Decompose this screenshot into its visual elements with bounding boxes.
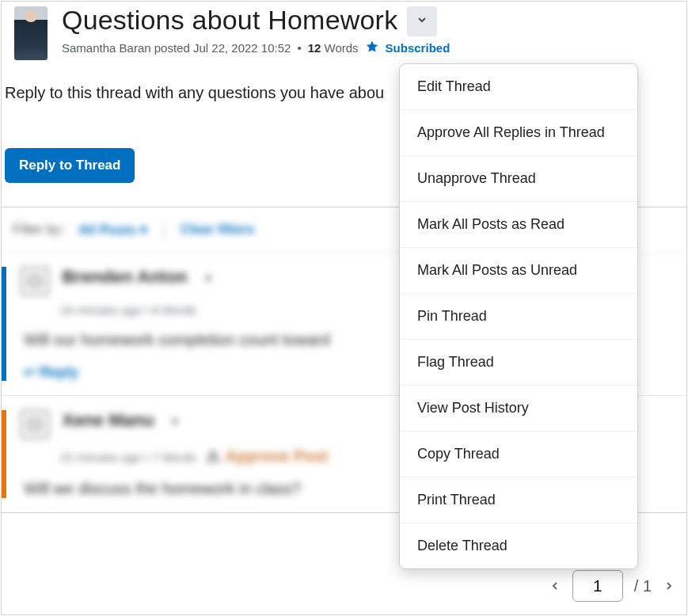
reply-avatar-icon (21, 410, 49, 439)
byline-separator: • (297, 41, 301, 55)
thread-actions-toggle[interactable] (407, 6, 437, 36)
subscribed-label[interactable]: Subscribed (386, 41, 450, 55)
menu-flag-thread[interactable]: Flag Thread (400, 339, 637, 385)
reply-avatar-icon (21, 267, 49, 295)
pagination: / 1 (549, 570, 675, 602)
svg-rect-1 (29, 419, 42, 431)
page-prev-button[interactable] (549, 580, 561, 592)
word-count: 12 Words (308, 41, 359, 55)
reply-actions-toggle[interactable]: ▾ (172, 415, 178, 428)
reply-author: Xene Manu (62, 410, 154, 430)
filter-clear[interactable]: Clear filters (181, 222, 255, 238)
menu-mark-all-unread[interactable]: Mark All Posts as Unread (400, 247, 637, 293)
svg-rect-0 (29, 276, 42, 287)
reply-author: Brenden Anton (62, 267, 187, 287)
thread-byline: Samantha Baran posted Jul 22, 2022 10:52 (62, 41, 291, 55)
page-total: / 1 (634, 577, 652, 595)
menu-print-thread[interactable]: Print Thread (400, 477, 637, 523)
menu-delete-thread[interactable]: Delete Thread (400, 523, 637, 568)
thread-title: Questions about Homework (62, 5, 397, 36)
menu-copy-thread[interactable]: Copy Thread (400, 431, 637, 477)
page-number-input[interactable] (572, 570, 623, 602)
menu-view-history[interactable]: View Post History (400, 385, 637, 431)
chevron-down-icon (416, 13, 428, 29)
thread-actions-menu: Edit Thread Approve All Replies in Threa… (399, 63, 638, 569)
approve-post-link[interactable]: ⚠Approve Post (206, 447, 328, 465)
page-next-button[interactable] (663, 580, 675, 592)
star-icon[interactable] (365, 40, 379, 56)
filter-all-posts[interactable]: All Posts ▾ (78, 222, 146, 238)
reply-actions-toggle[interactable]: ▾ (205, 272, 211, 285)
menu-approve-all[interactable]: Approve All Replies in Thread (400, 109, 637, 155)
menu-pin-thread[interactable]: Pin Thread (400, 293, 637, 339)
reply-to-thread-button[interactable]: Reply to Thread (5, 148, 135, 183)
chevron-left-icon (549, 580, 561, 592)
author-avatar (14, 6, 48, 60)
chevron-right-icon (663, 580, 675, 592)
menu-edit-thread[interactable]: Edit Thread (400, 64, 637, 109)
filter-label: Filter by: (13, 222, 64, 238)
menu-unapprove-thread[interactable]: Unapprove Thread (400, 155, 637, 201)
menu-mark-all-read[interactable]: Mark All Posts as Read (400, 201, 637, 247)
